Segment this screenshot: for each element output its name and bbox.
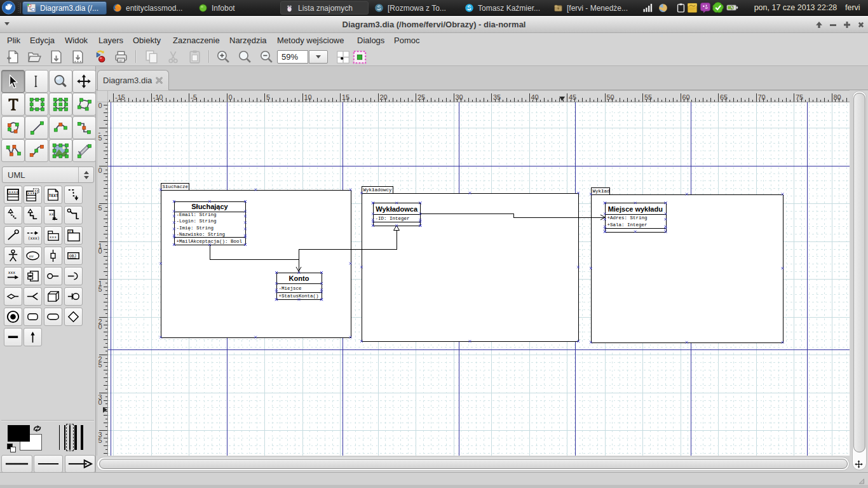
uml-class-s-uchaj-cy[interactable]: Słuchający-Email: String-Login: String-I… [175, 202, 246, 245]
tool-polygon-button[interactable] [72, 93, 96, 116]
toolbar-new-button[interactable] [5, 49, 21, 65]
tool-text-edit-button[interactable] [25, 70, 48, 93]
applications-menu-icon[interactable] [1, 1, 16, 15]
shape-transition-button[interactable] [24, 328, 42, 346]
tray-clipboard-icon[interactable] [675, 3, 686, 13]
toolbar-open-button[interactable] [27, 49, 43, 65]
shape-actor-button[interactable] [4, 247, 22, 265]
menu-edycja[interactable]: Edycja [30, 33, 55, 48]
toolbar-print-button[interactable] [113, 49, 129, 65]
toolbar-grid-toggle-button[interactable] [336, 50, 350, 64]
tool-zigzagline-button[interactable] [72, 116, 96, 139]
shape-dependency-button[interactable] [64, 186, 83, 204]
line-style-button[interactable] [34, 455, 63, 473]
tool-magnify-button[interactable] [49, 70, 72, 93]
shape-large-package-button[interactable]: xx [64, 226, 83, 245]
shape-activity-final-button[interactable] [4, 308, 22, 326]
panel-user-menu[interactable]: fervi [845, 0, 868, 15]
shape-component-button[interactable] [24, 267, 42, 285]
toolbar-zoom-fit-button[interactable] [237, 49, 253, 65]
uml-class-konto[interactable]: Konto-Miejsce+StatusKonta() [277, 273, 322, 300]
tray-weather-icon[interactable] [658, 3, 668, 13]
toolbar-zoom-in-button[interactable] [215, 49, 231, 65]
menu-zaznaczenie[interactable]: Zaznaczenie [173, 33, 220, 48]
window-titlebar[interactable]: Diagram3.dia (/home/fervi/Obrazy) - dia-… [0, 16, 868, 33]
swap-colors-icon[interactable] [32, 424, 43, 433]
panel-clock[interactable]: pon, 17 cze 2013 22:28 [749, 0, 843, 15]
tool-bezierline-button[interactable] [25, 139, 48, 162]
menu-obiekty[interactable]: Obiekty [133, 33, 161, 48]
tool-beziergon-button[interactable] [1, 116, 25, 139]
shape-provided-interface-button[interactable] [44, 267, 62, 285]
toolbar-save-as-button[interactable] [70, 49, 86, 65]
menu-dialogs[interactable]: Dialogs [357, 33, 384, 48]
shape-decision-button[interactable] [64, 308, 83, 326]
task-button-entityclassmod-[interactable]: entityclassmod... [109, 1, 193, 15]
task-button--fervi-mened-e-[interactable]: [fervi - Menedże... [550, 1, 637, 15]
foreground-color-swatch[interactable] [8, 425, 30, 442]
shape-implements-button[interactable] [64, 206, 83, 224]
uml-class-miejsce-wyk-adu[interactable]: Miejsce wykładu+Adres: String+Sala: Inte… [606, 203, 667, 232]
sheet-spin-buttons[interactable] [78, 167, 93, 182]
vertical-scrollbar-thumb[interactable] [853, 93, 865, 452]
menu-layers[interactable]: Layers [98, 33, 123, 48]
tray-notes-icon[interactable] [687, 3, 698, 13]
menu-pomoc[interactable]: Pomoc [394, 33, 419, 48]
tray-signal-bars-icon[interactable] [642, 2, 654, 13]
tool-scroll-button[interactable] [72, 70, 96, 93]
diagram-canvas[interactable]: SłuchaczeWykładowcyWykładSłuchający-Emai… [108, 102, 850, 456]
window-close-button[interactable] [855, 18, 867, 31]
tool-polyline-button[interactable] [1, 139, 25, 162]
shape-activity-button[interactable] [44, 308, 62, 326]
line-width-2[interactable] [64, 425, 65, 450]
task-button-diagram3-dia-[interactable]: Diagram3.dia (/... [22, 1, 107, 15]
tray-status-ok-icon[interactable] [712, 1, 724, 14]
line-width-4[interactable] [74, 425, 77, 450]
tool-box-button[interactable] [25, 93, 48, 116]
menu-widok[interactable]: Widok [65, 33, 88, 48]
menu-metody-wej-ciowe[interactable]: Metody wejściowe [277, 33, 344, 48]
toolbar-save-button[interactable] [48, 49, 64, 65]
toolbar-diagram-properties-button[interactable] [92, 49, 107, 65]
window-shade-button[interactable] [813, 18, 825, 31]
shape-interface-line-button[interactable] [4, 226, 22, 245]
tab-close-icon[interactable] [155, 76, 163, 85]
shape-message-button[interactable]: (xxx) [24, 226, 42, 245]
zoom-input[interactable]: 59% [277, 50, 308, 64]
shape-small-package-button[interactable]: xxx [44, 226, 62, 245]
default-colors-swatch-bg[interactable] [10, 447, 16, 452]
shape-object-button[interactable]: OBJ [64, 247, 83, 265]
line-width-5[interactable] [81, 425, 84, 450]
shape-required-interface-button[interactable] [64, 267, 83, 285]
shape-class-template-button[interactable]: xxxxx [24, 186, 42, 204]
task-button-tomasz-ka-mier-[interactable]: Tomasz Kaźmier... [461, 1, 548, 15]
window-minimize-button[interactable] [827, 18, 839, 31]
shape-classicon-button[interactable] [64, 287, 83, 306]
shape-text-shape-button[interactable]: TEXT [44, 186, 62, 204]
window-maximize-button[interactable] [841, 18, 853, 31]
shape-node-button[interactable] [44, 287, 62, 306]
uml-class-wyk-adowca[interactable]: Wykładowca-ID: Integer [374, 203, 421, 226]
shape-fork-join-button[interactable] [4, 328, 22, 346]
end-arrow-style-button[interactable] [65, 455, 95, 473]
line-width-1[interactable] [59, 425, 60, 450]
task-button-infobot[interactable]: Infobot [194, 1, 278, 15]
horizontal-scrollbar-thumb[interactable] [99, 459, 848, 469]
tool-line-button[interactable] [25, 116, 48, 139]
menu-plik[interactable]: Plik [7, 33, 20, 48]
shape-aggregation-button[interactable] [4, 287, 22, 306]
shape-usecase-button[interactable]: uu [24, 247, 42, 265]
tray-chat-icon[interactable] [700, 2, 711, 13]
tool-text-button[interactable] [1, 93, 25, 116]
toolbar-zoom-out-button[interactable] [259, 49, 275, 65]
navigate-button[interactable] [854, 459, 864, 469]
sheet-selector[interactable]: UML [2, 166, 94, 183]
begin-arrow-style-button[interactable] [1, 455, 32, 473]
task-button--rozmowa-z-to-[interactable]: [Rozmowa z To... [370, 1, 459, 15]
tray-battery-icon[interactable] [726, 1, 738, 14]
zoom-dropdown-button[interactable] [309, 50, 328, 64]
toolbar-snap-to-objects-button[interactable] [353, 50, 367, 64]
shape-association-button[interactable]: xx [44, 206, 62, 224]
shape-state-button[interactable] [24, 308, 42, 326]
menu-narz-dzia[interactable]: Narzędzia [229, 33, 267, 48]
